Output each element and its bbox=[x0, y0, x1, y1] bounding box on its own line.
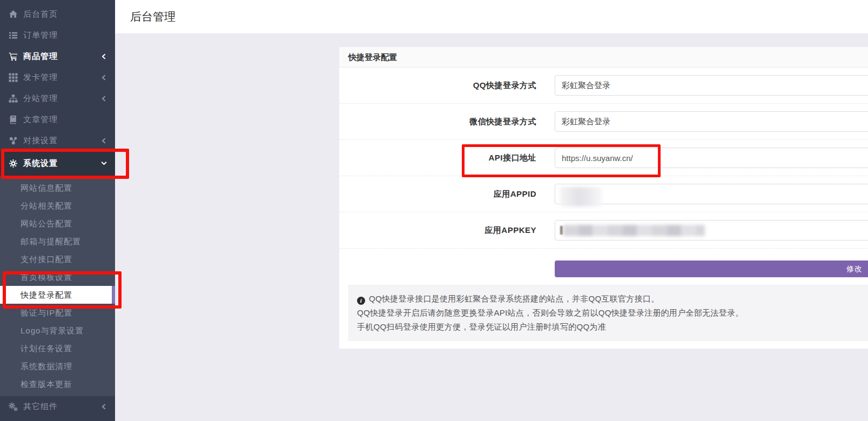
form-row-wechat-login-mode: 微信快捷登录方式 bbox=[339, 104, 868, 140]
sidebar-item-integration[interactable]: 对接设置 bbox=[0, 130, 115, 151]
submenu-item-site-info[interactable]: 网站信息配置 bbox=[0, 179, 115, 197]
info-circle-icon: i bbox=[357, 297, 365, 305]
sidebar-item-label: 系统设置 bbox=[23, 158, 100, 169]
quick-login-config-panel: 快捷登录配置 QQ快捷登录方式 微信快捷登录方式 API接口地址 应用APPID bbox=[339, 47, 868, 349]
panel-body: QQ快捷登录方式 微信快捷登录方式 API接口地址 应用APPID bbox=[339, 68, 868, 341]
sidebar-item-label: 其它组件 bbox=[23, 402, 100, 412]
submenu-item-homepage-template[interactable]: 首页模板设置 bbox=[0, 268, 115, 286]
submenu-item-scheduled-tasks[interactable]: 计划任务设置 bbox=[0, 339, 115, 357]
qq-login-mode-select[interactable] bbox=[555, 75, 868, 96]
sidebar-item-dashboard[interactable]: 后台首页 bbox=[0, 4, 115, 25]
book-icon bbox=[8, 115, 18, 124]
notice-line: QQ快捷登录开启后请勿随意更换登录API站点，否则会导致之前以QQ快捷登录注册的… bbox=[357, 306, 868, 320]
sidebar-item-orders[interactable]: 订单管理 bbox=[0, 25, 115, 46]
sidebar-item-label: 对接设置 bbox=[23, 136, 100, 146]
form-row-appid: 应用APPID bbox=[339, 176, 868, 212]
submenu-item-check-update[interactable]: 检查版本更新 bbox=[0, 375, 115, 393]
chevron-left-icon bbox=[100, 137, 107, 144]
appkey-input[interactable] bbox=[555, 220, 868, 240]
chevron-left-icon bbox=[100, 74, 107, 81]
appid-input[interactable] bbox=[555, 184, 868, 204]
sitemap-icon bbox=[8, 94, 18, 103]
chevron-left-icon bbox=[100, 95, 107, 102]
field-label: QQ快捷登录方式 bbox=[339, 81, 555, 91]
grid-icon bbox=[8, 73, 18, 82]
sidebar-item-products[interactable]: 商品管理 bbox=[0, 46, 115, 67]
input-wrap bbox=[555, 184, 868, 204]
input-wrap bbox=[555, 75, 868, 96]
sidebar-item-label: 商品管理 bbox=[23, 51, 100, 62]
gear-icon bbox=[8, 159, 18, 168]
cart-icon bbox=[8, 52, 18, 61]
sidebar-item-substations[interactable]: 分站管理 bbox=[0, 88, 115, 109]
modify-button[interactable]: 修改 bbox=[555, 260, 868, 277]
share-icon bbox=[8, 136, 18, 145]
notice-box: iQQ快捷登录接口是使用彩虹聚合登录系统搭建的站点，并非QQ互联官方接口。 QQ… bbox=[348, 285, 868, 341]
input-wrap bbox=[555, 111, 868, 132]
submenu-item-verify-ip[interactable]: 验证与IP配置 bbox=[0, 304, 115, 322]
home-icon bbox=[8, 10, 18, 19]
chevron-down-icon bbox=[100, 160, 107, 167]
submenu-item-payment[interactable]: 支付接口配置 bbox=[0, 250, 115, 268]
api-url-input[interactable] bbox=[555, 148, 868, 168]
list-icon bbox=[8, 31, 18, 40]
notice-text: QQ快捷登录接口是使用彩虹聚合登录系统搭建的站点，并非QQ互联官方接口。 bbox=[369, 294, 659, 303]
input-wrap bbox=[555, 220, 868, 240]
panel-title: 快捷登录配置 bbox=[339, 47, 868, 68]
submenu-item-announcement[interactable]: 网站公告配置 bbox=[0, 215, 115, 232]
chevron-left-icon bbox=[100, 403, 107, 410]
submenu-item-substation[interactable]: 分站相关配置 bbox=[0, 197, 115, 215]
notice-line: iQQ快捷登录接口是使用彩虹聚合登录系统搭建的站点，并非QQ互联官方接口。 bbox=[357, 292, 868, 306]
sidebar-item-other-components[interactable]: 其它组件 bbox=[0, 396, 115, 417]
field-label: 应用APPKEY bbox=[339, 225, 555, 236]
sidebar-item-label: 订单管理 bbox=[23, 30, 107, 41]
sidebar-item-label: 发卡管理 bbox=[23, 72, 100, 83]
sidebar-item-system-settings[interactable]: 系统设置 bbox=[0, 151, 115, 176]
sidebar-item-label: 文章管理 bbox=[23, 115, 107, 125]
submenu-item-quick-login[interactable]: 快捷登录配置 bbox=[0, 286, 115, 304]
sidebar-item-label: 分站管理 bbox=[23, 93, 100, 104]
form-row-api-url: API接口地址 bbox=[339, 140, 868, 176]
form-row-appkey: 应用APPKEY bbox=[339, 212, 868, 249]
form-row-qq-login-mode: QQ快捷登录方式 bbox=[339, 68, 868, 104]
input-wrap bbox=[555, 148, 868, 168]
sidebar-item-label: 后台首页 bbox=[23, 9, 107, 19]
field-label: 微信快捷登录方式 bbox=[339, 117, 555, 127]
field-label: API接口地址 bbox=[339, 153, 555, 163]
submenu-item-logo-background[interactable]: Logo与背景设置 bbox=[0, 322, 115, 339]
submenu-item-mail-reminder[interactable]: 邮箱与提醒配置 bbox=[0, 232, 115, 250]
chevron-left-icon bbox=[100, 53, 107, 60]
page-title: 后台管理 bbox=[115, 0, 868, 34]
sidebar-item-articles[interactable]: 文章管理 bbox=[0, 109, 115, 130]
sidebar: 后台首页 订单管理 商品管理 发卡管理 分站管理 bbox=[0, 0, 115, 421]
submit-row: 修改 bbox=[339, 249, 868, 285]
wechat-login-mode-select[interactable] bbox=[555, 111, 868, 132]
notice-line: 手机QQ扫码登录使用更方便，登录凭证以用户注册时填写的QQ为准 bbox=[357, 320, 868, 334]
field-label: 应用APPID bbox=[339, 189, 555, 199]
gears-icon bbox=[8, 402, 18, 411]
system-settings-submenu: 网站信息配置 分站相关配置 网站公告配置 邮箱与提醒配置 支付接口配置 首页模板… bbox=[0, 176, 115, 396]
sidebar-item-cards[interactable]: 发卡管理 bbox=[0, 67, 115, 88]
submenu-item-data-cleanup[interactable]: 系统数据清理 bbox=[0, 357, 115, 375]
top-header: 后台管理 bbox=[115, 0, 868, 34]
